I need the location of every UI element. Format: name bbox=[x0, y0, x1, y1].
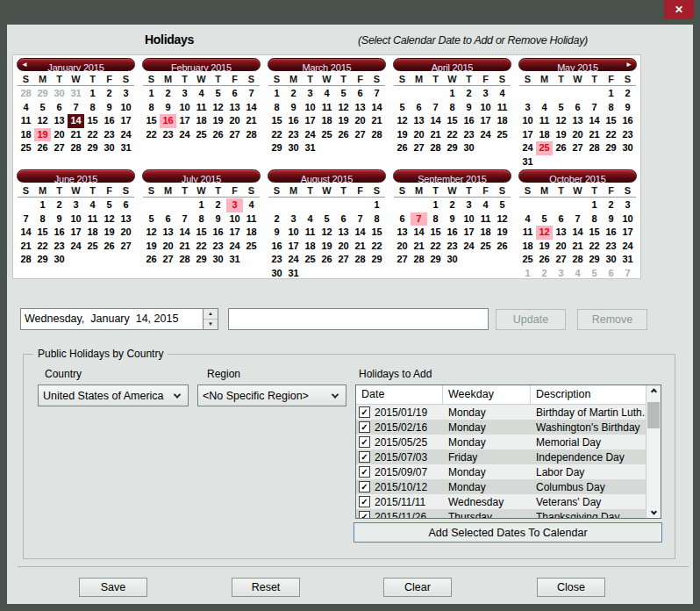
calendar-date[interactable]: 12 bbox=[394, 114, 411, 128]
calendar-date[interactable]: 24 bbox=[226, 240, 243, 254]
calendar-date[interactable]: 7 bbox=[586, 101, 603, 115]
calendar-date[interactable]: 1 bbox=[603, 87, 619, 101]
calendar-date[interactable]: 18 bbox=[84, 226, 101, 240]
calendar-date[interactable]: 21 bbox=[352, 240, 368, 254]
calendar-date[interactable]: 11 bbox=[477, 212, 494, 226]
calendar-date[interactable]: 23 bbox=[461, 128, 477, 142]
calendar-date[interactable]: 18 bbox=[318, 114, 335, 128]
calendar-date[interactable]: 21 bbox=[411, 240, 427, 254]
calendar-date[interactable]: 30 bbox=[51, 87, 68, 101]
table-row[interactable]: ✓2015/05/25MondayMemorial Day bbox=[356, 435, 661, 449]
calendar-date[interactable]: 19 bbox=[553, 128, 569, 142]
calendar-date[interactable]: 24 bbox=[285, 253, 302, 267]
calendar-date[interactable]: 18 bbox=[302, 240, 318, 254]
calendar-date[interactable]: 2 bbox=[619, 87, 636, 101]
calendar-date[interactable]: 4 bbox=[477, 198, 494, 212]
calendar-date[interactable]: 17 bbox=[176, 114, 193, 128]
table-row[interactable]: ✓2015/10/12MondayColumbus Day bbox=[356, 479, 661, 494]
calendar-date[interactable]: 16 bbox=[210, 226, 226, 240]
calendar-date[interactable]: 15 bbox=[34, 226, 51, 240]
calendar-date[interactable]: 18 bbox=[243, 226, 260, 240]
calendar-date[interactable]: 26 bbox=[210, 128, 226, 142]
calendar-date[interactable]: 20 bbox=[51, 128, 68, 142]
calendar-date[interactable]: 13 bbox=[118, 212, 134, 226]
calendar-date[interactable]: 2 bbox=[101, 87, 118, 101]
calendar-date[interactable]: 21 bbox=[368, 114, 385, 128]
calendar-date[interactable]: 1 bbox=[368, 198, 385, 212]
calendar-date[interactable]: 4 bbox=[536, 101, 553, 115]
calendar-date[interactable]: 14 bbox=[176, 226, 193, 240]
calendar-date[interactable]: 7 bbox=[411, 212, 427, 226]
calendar-date[interactable]: 30 bbox=[603, 253, 619, 267]
calendar-date[interactable]: 26 bbox=[394, 141, 411, 155]
calendar-date[interactable]: 24 bbox=[461, 240, 477, 254]
calendar-date[interactable]: 5 bbox=[143, 212, 160, 226]
calendar-date[interactable]: 28 bbox=[243, 128, 260, 142]
calendar-date[interactable]: 21 bbox=[427, 128, 444, 142]
calendar-date[interactable]: 7 bbox=[569, 212, 586, 226]
calendar-date[interactable]: 28 bbox=[411, 253, 427, 267]
calendar-date[interactable]: 3 bbox=[477, 87, 494, 101]
calendar-date[interactable]: 4 bbox=[569, 267, 586, 281]
calendar-date[interactable]: 17 bbox=[619, 226, 636, 240]
calendar-date[interactable]: 22 bbox=[143, 128, 160, 142]
nav-next-icon[interactable]: ► bbox=[625, 61, 632, 69]
calendar-date[interactable]: 17 bbox=[68, 226, 84, 240]
calendar-date[interactable]: 4 bbox=[84, 198, 101, 212]
calendar-date[interactable]: 9 bbox=[101, 101, 118, 115]
calendar-date[interactable]: 18 bbox=[18, 128, 34, 142]
calendar-date[interactable]: 14 bbox=[18, 226, 34, 240]
calendar-date[interactable]: 22 bbox=[444, 128, 461, 142]
calendar-date[interactable]: 23 bbox=[619, 128, 636, 142]
calendar-date[interactable]: 2 bbox=[51, 198, 68, 212]
calendar-date[interactable]: 27 bbox=[51, 141, 68, 155]
calendar-date[interactable]: 4 bbox=[243, 198, 260, 212]
row-checkbox[interactable]: ✓ bbox=[359, 421, 370, 433]
calendar-date[interactable]: 30 bbox=[268, 267, 285, 281]
calendar-date[interactable]: 31 bbox=[619, 253, 636, 267]
calendar-date[interactable]: 13 bbox=[411, 114, 427, 128]
calendar-date[interactable]: 10 bbox=[285, 226, 302, 240]
calendar-date[interactable]: 16 bbox=[461, 114, 477, 128]
calendar-date[interactable]: 23 bbox=[444, 240, 461, 254]
calendar-date[interactable]: 15 bbox=[427, 226, 444, 240]
calendar-date[interactable]: 1 bbox=[84, 87, 101, 101]
table-row[interactable]: ✓2015/01/19MondayBirthday of Martin Luth… bbox=[356, 405, 661, 420]
calendar-date[interactable]: 14 bbox=[411, 226, 427, 240]
calendar-date[interactable]: 31 bbox=[302, 141, 318, 155]
calendar-date[interactable]: 18 bbox=[494, 114, 511, 128]
calendar-date[interactable]: 27 bbox=[160, 253, 176, 267]
nav-prev-icon[interactable]: ◄ bbox=[21, 61, 28, 69]
calendar-date[interactable]: 6 bbox=[118, 198, 134, 212]
calendar-date[interactable]: 14 bbox=[586, 114, 603, 128]
row-checkbox[interactable]: ✓ bbox=[359, 496, 370, 507]
calendar-date[interactable]: 7 bbox=[352, 212, 368, 226]
calendar-date[interactable]: 12 bbox=[318, 226, 335, 240]
calendar-date[interactable]: 30 bbox=[619, 141, 636, 155]
calendar-date[interactable]: 23 bbox=[603, 240, 619, 254]
calendar-date[interactable]: 17 bbox=[302, 114, 318, 128]
calendar-date[interactable]: 30 bbox=[444, 253, 461, 267]
calendar-date[interactable]: 28 bbox=[18, 87, 34, 101]
calendar-date[interactable]: 23 bbox=[268, 253, 285, 267]
calendar-date[interactable]: 13 bbox=[394, 226, 411, 240]
calendar-date[interactable]: 16 bbox=[603, 226, 619, 240]
calendar-date[interactable]: 21 bbox=[243, 114, 260, 128]
calendar-date[interactable]: 6 bbox=[553, 212, 569, 226]
calendar-date[interactable]: 27 bbox=[394, 253, 411, 267]
calendar-date[interactable]: 8 bbox=[84, 101, 101, 115]
calendar-date[interactable]: 26 bbox=[34, 141, 51, 155]
selected-date-picker[interactable]: Wednesday, January 14, 2015 ▲ ▼ bbox=[20, 308, 218, 330]
calendar-date[interactable]: 25 bbox=[302, 253, 318, 267]
column-header-description[interactable]: Description bbox=[531, 385, 646, 404]
calendar-date[interactable]: 17 bbox=[285, 240, 302, 254]
calendar-date[interactable]: 29 bbox=[34, 253, 51, 267]
calendar-date[interactable]: 25 bbox=[477, 240, 494, 254]
calendar-date[interactable]: 20 bbox=[118, 226, 134, 240]
calendar-date[interactable]: 2 bbox=[210, 198, 226, 212]
calendar-date[interactable]: 11 bbox=[302, 226, 318, 240]
calendar-date[interactable]: 12 bbox=[553, 114, 569, 128]
calendar-date[interactable]: 12 bbox=[210, 101, 226, 115]
calendar-date[interactable]: 15 bbox=[268, 114, 285, 128]
close-icon[interactable]: ✕ bbox=[664, 0, 694, 19]
